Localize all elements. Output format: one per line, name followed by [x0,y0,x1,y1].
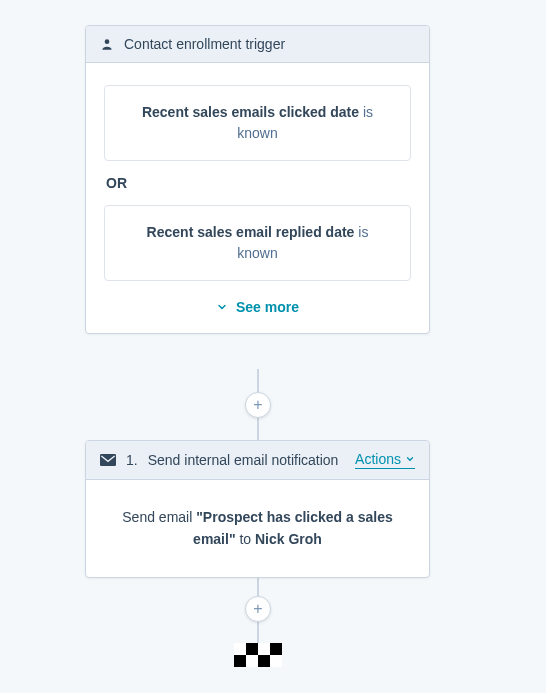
action-body-prefix: Send email [122,509,192,525]
actions-dropdown[interactable]: Actions [355,451,415,469]
criterion-property: Recent sales emails clicked date [142,104,359,120]
action-card-header: 1. Send internal email notification Acti… [86,441,429,480]
action-index: 1. [126,452,138,468]
contact-icon [100,37,114,51]
action-card-title: Send internal email notification [148,452,345,468]
add-step-button[interactable]: + [245,596,271,622]
criterion-property: Recent sales email replied date [147,224,355,240]
add-step-button[interactable]: + [245,392,271,418]
trigger-card-header: Contact enrollment trigger [86,26,429,63]
plus-icon: + [253,600,262,618]
criterion-value: known [237,245,277,261]
see-more-link[interactable]: See more [104,299,411,315]
trigger-card-title: Contact enrollment trigger [124,36,415,52]
actions-dropdown-label: Actions [355,451,401,468]
criterion-suffix: is [358,224,368,240]
workflow-end-marker [234,643,282,667]
workflow-canvas: Contact enrollment trigger Recent sales … [0,0,546,693]
action-card[interactable]: 1. Send internal email notification Acti… [85,440,430,578]
action-card-body: Send email "Prospect has clicked a sales… [86,480,429,577]
plus-icon: + [253,396,262,414]
criterion-value: known [237,125,277,141]
svg-point-0 [105,39,110,44]
criteria-or-separator: OR [106,175,411,191]
svg-rect-1 [100,454,116,466]
trigger-criterion[interactable]: Recent sales email replied date is known [104,205,411,281]
action-recipient: Nick Groh [255,531,322,547]
see-more-label: See more [236,299,299,315]
action-to-word: to [239,531,251,547]
trigger-card[interactable]: Contact enrollment trigger Recent sales … [85,25,430,334]
chevron-down-icon [216,301,228,313]
trigger-criterion[interactable]: Recent sales emails clicked date is know… [104,85,411,161]
trigger-card-body: Recent sales emails clicked date is know… [86,63,429,333]
criterion-suffix: is [363,104,373,120]
email-icon [100,454,116,466]
caret-down-icon [405,454,415,464]
